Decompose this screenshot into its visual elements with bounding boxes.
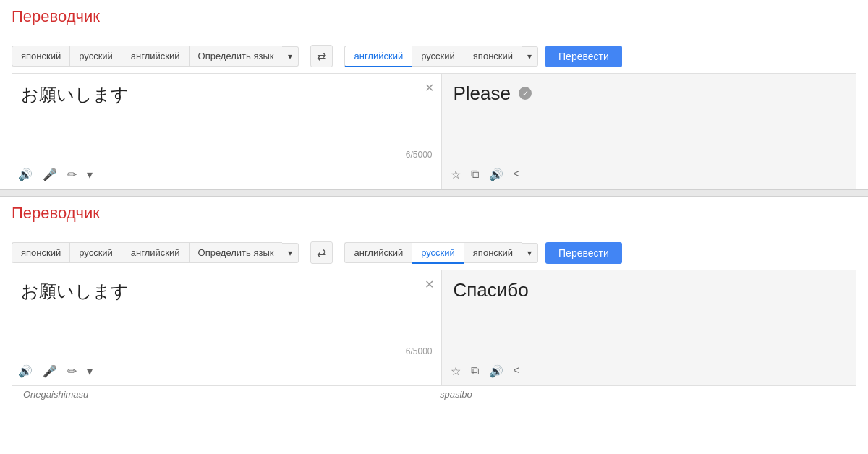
translator-block-2: японский русский английский Определить я… [0,228,868,404]
romanization-source: Onegaishimasu [23,389,428,400]
chevron-icon-2[interactable]: ▾ [87,364,93,378]
translation-area-2: お願いします ✕ 6/5000 🔊 🎤 ✏ ▾ Спасибо ☆ ⧉ [12,270,856,386]
romanization-target: spasibo [428,389,845,400]
target-actions-2: ☆ ⧉ 🔊 < [451,364,519,378]
source-actions-1: 🔊 🎤 ✏ ▾ [18,168,93,181]
target-panel-1: Please ☆ ⧉ 🔊 < [442,74,856,189]
source-lang-english-1[interactable]: английский [122,46,189,67]
romanization-row: Onegaishimasu spasibo [12,386,856,404]
source-lang-dropdown-1[interactable]: ▾ [282,46,299,67]
char-count-1: 6/5000 [406,150,433,160]
pencil-icon-2[interactable]: ✏ [67,364,77,378]
target-actions-1: ☆ ⧉ 🔊 < [451,168,519,181]
source-panel-1: お願いします ✕ 6/5000 🔊 🎤 ✏ ▾ [12,74,442,189]
sound-icon-2[interactable]: 🔊 [18,364,33,378]
star-icon-1[interactable]: ☆ [451,168,461,181]
translate-button-2[interactable]: Перевести [545,242,622,264]
target-lang-dropdown-1[interactable]: ▾ [522,46,538,67]
source-lang-dropdown-2[interactable]: ▾ [282,243,299,263]
mic-icon-1[interactable]: 🎤 [43,168,57,181]
translator-block-1: японский русский английский Определить я… [0,32,868,189]
page-title-2: Переводчик [0,197,868,228]
sound-icon-1[interactable]: 🔊 [18,168,33,181]
target-panel-2: Спасибо ☆ ⧉ 🔊 < [442,270,856,385]
swap-button-1[interactable]: ⇄ [310,45,333,67]
target-lang-japanese-1[interactable]: японский [464,46,522,67]
target-text-2: Спасибо [454,279,848,301]
translation-area-1: お願いします ✕ 6/5000 🔊 🎤 ✏ ▾ Please ☆ ⧉ [12,74,856,189]
source-text-2: お願いします [21,279,415,304]
page-title-1: Переводчик [0,0,868,32]
source-lang-detect-2[interactable]: Определить язык [189,242,283,263]
target-lang-russian-2[interactable]: русский [412,242,464,264]
translate-button-1[interactable]: Перевести [545,46,622,67]
source-panel-2: お願いします ✕ 6/5000 🔊 🎤 ✏ ▾ [12,270,442,385]
target-lang-tabs-1: английский русский японский ▾ [344,46,538,67]
source-lang-japanese-1[interactable]: японский [12,46,69,67]
section-divider [0,189,868,197]
target-translation-1: Please [454,82,511,104]
char-count-2: 6/5000 [406,346,433,356]
target-lang-tabs-2: английский русский японский ▾ [344,242,538,264]
close-icon-1[interactable]: ✕ [425,81,434,95]
source-actions-2: 🔊 🎤 ✏ ▾ [18,364,93,378]
toolbar-2: японский русский английский Определить я… [12,237,856,270]
source-lang-japanese-2[interactable]: японский [12,242,69,263]
copy-icon-1[interactable]: ⧉ [471,168,479,181]
copy-icon-2[interactable]: ⧉ [471,364,479,378]
source-text-1: お願いします [21,82,415,107]
target-lang-japanese-2[interactable]: японский [464,242,522,263]
sound-out-icon-2[interactable]: 🔊 [489,364,503,378]
verified-icon-1 [519,87,532,100]
source-lang-detect-1[interactable]: Определить язык [189,46,283,67]
mic-icon-2[interactable]: 🎤 [43,364,57,378]
star-icon-2[interactable]: ☆ [451,364,461,378]
toolbar-1: японский русский английский Определить я… [12,40,856,74]
source-lang-tabs-2: японский русский английский Определить я… [12,242,299,263]
target-lang-dropdown-2[interactable]: ▾ [522,243,538,263]
target-lang-russian-1[interactable]: русский [412,46,464,67]
close-icon-2[interactable]: ✕ [425,278,434,291]
share-icon-2[interactable]: < [514,364,519,378]
source-lang-tabs-1: японский русский английский Определить я… [12,46,299,67]
target-text-1: Please [454,82,848,105]
chevron-icon-1[interactable]: ▾ [87,168,93,181]
source-lang-russian-2[interactable]: русский [69,242,122,263]
pencil-icon-1[interactable]: ✏ [67,168,77,181]
sound-out-icon-1[interactable]: 🔊 [489,168,503,181]
share-icon-1[interactable]: < [514,168,519,181]
target-translation-2: Спасибо [454,279,529,301]
swap-button-2[interactable]: ⇄ [310,241,333,264]
target-lang-english-1[interactable]: английский [344,46,412,67]
source-lang-russian-1[interactable]: русский [69,46,122,67]
target-lang-english-2[interactable]: английский [344,242,412,263]
source-lang-english-2[interactable]: английский [122,242,189,263]
